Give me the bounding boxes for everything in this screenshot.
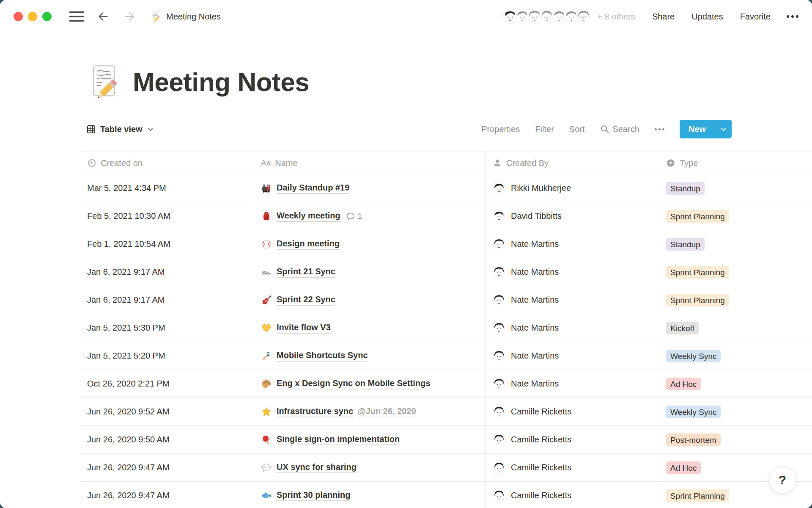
page-link[interactable]: Design meeting bbox=[277, 239, 340, 250]
type-cell[interactable]: Ad Hoc bbox=[659, 370, 812, 398]
created-on-cell[interactable]: Feb 1, 2021 10:54 AM bbox=[80, 230, 254, 258]
created-on-cell[interactable]: Jan 5, 2021 5:20 PM bbox=[80, 342, 254, 370]
name-cell[interactable]: Weekly meeting 1 bbox=[254, 202, 486, 230]
comment-count[interactable]: 1 bbox=[346, 212, 362, 221]
table-row[interactable]: Jun 26, 2020 9:50 AM Single sign-on impl… bbox=[80, 426, 812, 454]
name-cell[interactable]: Design meeting bbox=[254, 230, 486, 258]
type-cell[interactable]: Kickoff bbox=[659, 314, 812, 342]
table-row[interactable]: Oct 26, 2020 2:21 PM Eng x Design Sync o… bbox=[80, 370, 812, 398]
created-by-cell[interactable]: Nate Martins bbox=[486, 286, 659, 314]
name-cell[interactable]: Infrastructure sync @Jun 26, 2020 bbox=[254, 398, 486, 425]
table-row[interactable]: Jan 6, 2021 9:17 AM Sprint 22 Sync Nate … bbox=[80, 286, 812, 314]
page-link[interactable]: Invite flow V3 bbox=[277, 323, 331, 334]
name-cell[interactable]: Invite flow V3 bbox=[254, 314, 486, 342]
new-button-label[interactable]: New bbox=[680, 120, 715, 138]
name-cell[interactable]: Single sign-on implementation bbox=[254, 426, 486, 453]
type-cell[interactable]: Weekly Sync bbox=[659, 342, 812, 370]
date-mention[interactable]: @Jun 26, 2020 bbox=[357, 406, 416, 417]
created-by-cell[interactable]: Camille Ricketts bbox=[486, 426, 659, 453]
name-cell[interactable]: Sprint 22 Sync bbox=[254, 286, 486, 314]
created-on-cell[interactable]: Jun 26, 2020 9:47 AM bbox=[80, 482, 254, 508]
filter-button[interactable]: Filter bbox=[535, 124, 554, 134]
name-cell[interactable]: Daily Standup #19 bbox=[254, 174, 486, 202]
table-row[interactable]: Feb 1, 2021 10:54 AM Design meeting Nate… bbox=[80, 230, 812, 258]
breadcrumb[interactable]: Meeting Notes bbox=[150, 11, 221, 22]
type-cell[interactable]: Sprint Planning bbox=[659, 286, 812, 314]
created-by-cell[interactable]: Rikki Mukherjee bbox=[486, 174, 659, 202]
type-cell[interactable]: Sprint Planning bbox=[659, 258, 812, 286]
back-button[interactable] bbox=[96, 10, 110, 23]
updates-button[interactable]: Updates bbox=[691, 12, 723, 22]
page-title[interactable]: Meeting Notes bbox=[133, 67, 309, 97]
created-by-cell[interactable]: Nate Martins bbox=[486, 342, 659, 370]
zoom-window-button[interactable] bbox=[42, 12, 52, 21]
page-link[interactable]: Single sign-on implementation bbox=[277, 434, 400, 445]
search-button[interactable]: Search bbox=[600, 124, 639, 134]
page-link[interactable]: Sprint 30 planning bbox=[277, 490, 350, 501]
forward-button[interactable] bbox=[123, 10, 136, 23]
created-on-cell[interactable]: Jun 26, 2020 9:50 AM bbox=[80, 426, 254, 453]
table-row[interactable]: Jun 26, 2020 9:52 AM Infrastructure sync… bbox=[80, 398, 812, 426]
type-cell[interactable]: Standup bbox=[659, 230, 812, 258]
close-window-button[interactable] bbox=[14, 12, 23, 21]
properties-button[interactable]: Properties bbox=[481, 124, 520, 134]
page-link[interactable]: Sprint 21 Sync bbox=[277, 267, 335, 278]
column-header-type[interactable]: Type bbox=[659, 152, 812, 174]
name-cell[interactable]: Eng x Design Sync on Mobile Settings bbox=[254, 370, 486, 398]
page-link[interactable]: UX sync for sharing bbox=[277, 462, 357, 473]
created-on-cell[interactable]: Mar 5, 2021 4:34 PM bbox=[80, 174, 254, 202]
created-on-cell[interactable]: Jan 6, 2021 9:17 AM bbox=[80, 258, 254, 286]
created-on-cell[interactable]: Jan 6, 2021 9:17 AM bbox=[80, 286, 254, 314]
name-cell[interactable]: Sprint 21 Sync bbox=[254, 258, 486, 286]
name-cell[interactable]: Sprint 30 planning bbox=[254, 482, 486, 508]
table-row[interactable]: Jan 5, 2021 5:30 PM Invite flow V3 Nate … bbox=[80, 314, 812, 342]
created-on-cell[interactable]: Oct 26, 2020 2:21 PM bbox=[80, 370, 254, 398]
created-on-cell[interactable]: Jan 5, 2021 5:30 PM bbox=[80, 314, 254, 342]
table-row[interactable]: Jun 26, 2020 9:47 AM UX sync for sharing… bbox=[80, 454, 812, 482]
page-memo-icon[interactable] bbox=[86, 64, 123, 100]
name-cell[interactable]: UX sync for sharing bbox=[254, 454, 486, 481]
table-view-switcher[interactable]: Table view bbox=[87, 124, 154, 134]
created-by-cell[interactable]: Nate Martins bbox=[486, 258, 659, 286]
share-button[interactable]: Share bbox=[652, 12, 675, 22]
type-cell[interactable]: Weekly Sync bbox=[659, 398, 812, 425]
name-cell[interactable]: Mobile Shortcuts Sync bbox=[254, 342, 486, 370]
type-cell[interactable]: Post-mortem bbox=[659, 426, 812, 453]
new-dropdown-button[interactable] bbox=[715, 120, 732, 138]
table-row[interactable]: Mar 5, 2021 4:34 PM Daily Standup #19 Ri… bbox=[80, 174, 812, 202]
page-link[interactable]: Mobile Shortcuts Sync bbox=[277, 351, 368, 362]
created-on-cell[interactable]: Jun 26, 2020 9:52 AM bbox=[80, 398, 254, 425]
page-link[interactable]: Infrastructure sync bbox=[277, 406, 353, 417]
page-link[interactable]: Daily Standup #19 bbox=[277, 183, 349, 194]
page-link[interactable]: Weekly meeting bbox=[277, 211, 340, 222]
page-link[interactable]: Sprint 22 Sync bbox=[277, 295, 335, 306]
type-cell[interactable]: Sprint Planning bbox=[659, 202, 812, 230]
created-by-cell[interactable]: Camille Ricketts bbox=[486, 482, 659, 508]
type-cell[interactable]: Standup bbox=[659, 174, 812, 202]
created-by-cell[interactable]: Camille Ricketts bbox=[486, 454, 659, 481]
table-row[interactable]: Jan 6, 2021 9:17 AM Sprint 21 Sync Nate … bbox=[80, 258, 812, 286]
view-more-options-icon[interactable] bbox=[655, 128, 664, 130]
created-by-cell[interactable]: Nate Martins bbox=[486, 230, 659, 258]
collaborator-avatars[interactable] bbox=[502, 8, 592, 25]
table-row[interactable]: Feb 5, 2021 10:30 AM Weekly meeting 1 Da… bbox=[80, 202, 812, 230]
page-link[interactable]: Eng x Design Sync on Mobile Settings bbox=[277, 378, 430, 389]
sidebar-menu-icon[interactable] bbox=[69, 11, 84, 22]
table-row[interactable]: Jun 26, 2020 9:47 AM Sprint 30 planning … bbox=[80, 482, 812, 508]
collaborator-avatar[interactable] bbox=[576, 8, 592, 25]
new-button[interactable]: New bbox=[680, 120, 732, 138]
favorite-button[interactable]: Favorite bbox=[740, 12, 771, 22]
column-header-name[interactable]: Aa Name bbox=[254, 152, 486, 174]
table-row[interactable]: Jan 5, 2021 5:20 PM Mobile Shortcuts Syn… bbox=[80, 342, 812, 370]
created-by-cell[interactable]: David Tibbitts bbox=[486, 202, 659, 230]
created-by-cell[interactable]: Camille Ricketts bbox=[486, 398, 659, 425]
column-header-created-by[interactable]: Created By bbox=[486, 152, 659, 174]
minimize-window-button[interactable] bbox=[28, 12, 37, 21]
created-on-cell[interactable]: Feb 5, 2021 10:30 AM bbox=[80, 202, 254, 230]
created-by-cell[interactable]: Nate Martins bbox=[486, 370, 659, 398]
more-options-icon[interactable] bbox=[787, 15, 798, 18]
help-button[interactable]: ? bbox=[769, 467, 796, 494]
created-by-cell[interactable]: Nate Martins bbox=[486, 314, 659, 342]
created-on-cell[interactable]: Jun 26, 2020 9:47 AM bbox=[80, 454, 254, 481]
sort-button[interactable]: Sort bbox=[569, 124, 585, 134]
